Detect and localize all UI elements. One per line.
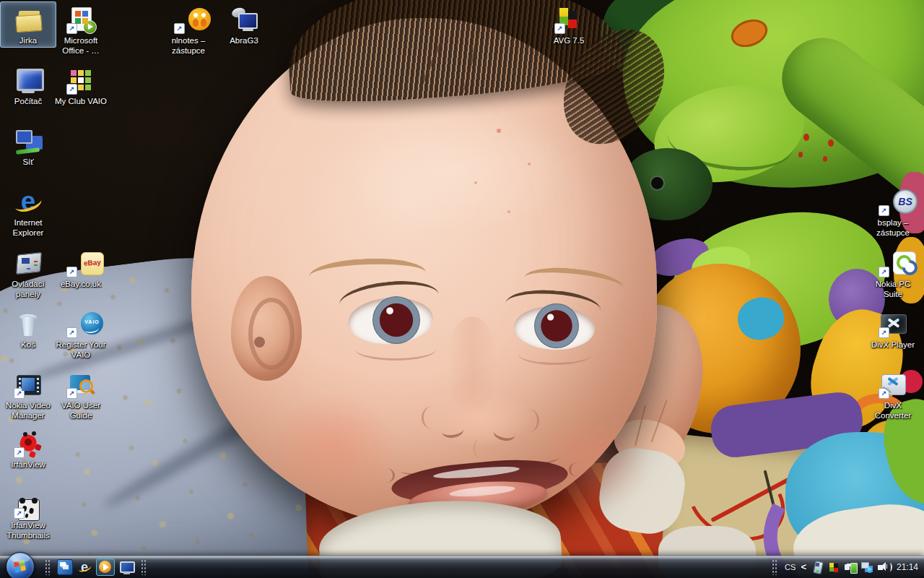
nose-contour (518, 409, 539, 432)
icon-label: Počítač (1, 96, 56, 106)
nokia-pc-suite-icon: ↗ (878, 248, 908, 278)
switch-windows-icon[interactable] (57, 559, 73, 575)
volume-tray-icon[interactable] (878, 561, 889, 574)
hidden-icons-chevron-icon[interactable]: < (801, 562, 806, 572)
icon-label: eBay.co.uk (53, 279, 108, 289)
forehead-highlight (338, 107, 572, 233)
desktop-icon-jirka[interactable]: Jirka (0, 1, 56, 48)
icon-label: Koš (1, 340, 56, 350)
desktop-icon-ebay[interactable]: eBay↗ eBay.co.uk (53, 245, 109, 291)
avg-tray-icon[interactable] (828, 561, 840, 574)
shortcut-arrow-icon: ↗ (879, 327, 889, 338)
icon-label: DivX Converter (866, 400, 920, 420)
icon-label: IrfanView (1, 460, 56, 470)
desktop-icon-nlnotes[interactable]: ↗ nlnotes – zástupce (160, 1, 217, 58)
icon-label: AbraG3 (217, 35, 271, 46)
icon-label: Microsoft Office - … (53, 35, 108, 56)
wallpaper-photo (0, 0, 924, 578)
smile-dimple (569, 462, 585, 477)
desktop-icon-irfanview-thumbnails[interactable]: ↗ IrfanView Thumbnails (0, 486, 56, 543)
shortcut-arrow-icon: ↗ (879, 267, 889, 277)
shortcut-arrow-icon: ↗ (66, 267, 77, 277)
shortcut-arrow-icon: ↗ (879, 205, 889, 216)
nokia-phone-tray-icon[interactable] (811, 561, 823, 574)
desktop-icon-my-club-vaio[interactable]: ↗ My Club VAIO (53, 62, 109, 108)
desktop-icon-nokia-pc-suite[interactable]: ↗ Nokia PC Suite (865, 245, 921, 301)
start-button[interactable] (6, 552, 35, 578)
shortcut-arrow-icon: ↗ (66, 327, 77, 338)
irfanview-thumbnails-icon: ↗ (13, 489, 43, 519)
forehead-spots (497, 129, 501, 133)
desktop-icon-divx-converter[interactable]: ↗ DivX Converter (865, 366, 921, 423)
nose-tip (429, 389, 531, 447)
divx-converter-icon: ↗ (878, 369, 908, 400)
desktop-icon-ovladaci-panely[interactable]: Ovládací panely (0, 245, 56, 301)
media-center-quicklaunch-icon[interactable] (119, 560, 134, 574)
computer-icon (13, 65, 43, 95)
desktop-icon-kos[interactable]: Koš (0, 306, 56, 352)
bsplayer-icon: BS↗ (878, 186, 908, 217)
internet-explorer-quicklaunch-icon[interactable]: e (77, 560, 92, 574)
nose-contour (422, 406, 443, 429)
folder-icon (13, 4, 43, 35)
lotus-notes-icon: ↗ (173, 4, 204, 35)
shortcut-arrow-icon: ↗ (879, 388, 889, 399)
taskbar-grip[interactable] (141, 559, 146, 575)
power-battery-tray-icon[interactable] (845, 561, 856, 574)
desktop-icon-register-your-vaio[interactable]: VAIO↗ Register Your VAIO (53, 306, 109, 362)
media-player-quicklaunch-icon[interactable] (96, 558, 115, 576)
internet-explorer-icon: e (13, 186, 43, 217)
play-badge-icon (83, 20, 97, 34)
desktop-icon-vaio-user-guide[interactable]: ↗ VAIO User Guide (53, 366, 109, 423)
shortcut-arrow-icon: ↗ (14, 508, 25, 519)
shortcut-arrow-icon: ↗ (554, 23, 565, 34)
icon-label: Nokia Video Manager (1, 400, 56, 420)
ear-canal (254, 337, 265, 348)
desktop-icon-bsplay[interactable]: BS↗ bsplay – zástupce (865, 184, 921, 240)
quicklaunch-grip[interactable] (45, 559, 50, 575)
icon-label: Ovládací panely (1, 279, 56, 299)
ebay-icon: eBay↗ (66, 248, 96, 278)
recycle-bin-icon (13, 309, 43, 339)
shortcut-arrow-icon: ↗ (174, 23, 185, 34)
windows-flag-icon (14, 559, 27, 574)
ear-fold (248, 298, 295, 370)
under-eye-crease (355, 338, 436, 361)
desktop-icon-microsoft-office[interactable]: ↗ Microsoft Office - … (53, 1, 109, 58)
video-manager-icon: ↗ (13, 369, 43, 400)
microsoft-office-icon: ↗ (66, 4, 96, 35)
control-panel-icon (13, 248, 43, 278)
desktop-screen: Jirka Počítač Síť e Internet Explorer Ov… (0, 0, 924, 578)
icon-label: Internet Explorer (1, 217, 56, 238)
network-tray-icon[interactable] (861, 561, 873, 574)
icon-label: nlnotes – zástupce (161, 35, 216, 56)
system-tray: CS < 21:14 (769, 559, 924, 575)
avg-antivirus-icon: ↗ (554, 4, 584, 35)
icon-label: Jirka (1, 35, 56, 46)
shortcut-arrow-icon: ↗ (14, 447, 25, 458)
desktop-icon-sit[interactable]: Síť (0, 123, 56, 169)
shortcut-arrow-icon: ↗ (14, 388, 25, 399)
icon-label: Register Your VAIO (53, 340, 108, 360)
icon-label: Nokia PC Suite (866, 279, 920, 299)
icon-label: AVG 7.5 (541, 35, 596, 46)
language-indicator[interactable]: CS (785, 563, 796, 571)
desktop-icon-avg[interactable]: ↗ AVG 7.5 (541, 1, 597, 48)
taskbar-clock[interactable]: 21:14 (897, 562, 918, 572)
desktop-icon-divx-player[interactable]: ↗ DivX Player (865, 306, 921, 352)
icon-label: My Club VAIO (53, 96, 108, 106)
monitor-stand (243, 29, 253, 31)
desktop-icon-nokia-video-manager[interactable]: ↗ Nokia Video Manager (0, 366, 56, 423)
icon-label: Síť (1, 157, 56, 167)
tray-grip[interactable] (772, 559, 777, 575)
register-vaio-icon: VAIO↗ (66, 309, 96, 339)
under-eye-crease (518, 344, 592, 365)
desktop-icon-abrag3[interactable]: AbraG3 (216, 1, 272, 48)
shortcut-arrow-icon: ↗ (66, 388, 77, 399)
desktop-icon-internet-explorer[interactable]: e Internet Explorer (0, 184, 56, 240)
irfanview-icon: ↗ (13, 428, 43, 459)
desktop-icon-pocitac[interactable]: Počítač (0, 62, 56, 108)
desktop-icon-irfanview[interactable]: ↗ IrfanView (0, 426, 56, 472)
smile-dimple (378, 468, 395, 483)
icon-label: bsplay – zástupce (866, 217, 920, 238)
